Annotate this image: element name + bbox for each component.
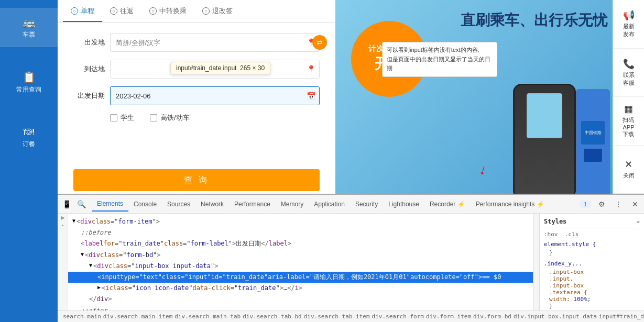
expand-triangle-2[interactable]: ▼ [81,250,84,259]
code-line-3[interactable]: <label for="train_date" class="form-labe… [68,238,533,249]
tab-transfer-icon: ○ [149,7,157,15]
right-notify[interactable]: 📢 最新 发布 [613,0,644,49]
tab-transfer[interactable]: ○ 中转换乘 [141,0,194,22]
breadcrumb: search-main div.search-main-item div.sea… [58,310,644,322]
breadcrumb-search-tab-bd[interactable]: div.search-tab-bd [243,313,302,320]
tab-bar: ○ 单程 ○ 往返 ○ 中转换乘 ○ 退改签 [58,0,335,23]
date-row: 出发日期 📅 [73,86,320,105]
right-app[interactable]: ▦ 扫码 APP 下载 [613,97,644,146]
tab-refund[interactable]: ○ 退改签 [194,0,241,22]
booking-form: 出发地 📍 ⇄ 到达地 📍 [58,23,335,166]
breadcrumb-search-main-item[interactable]: div.search-main-item [103,313,172,320]
calendar-icon[interactable]: 📅 [307,92,315,100]
inspect-toggle[interactable]: 🔍 [75,198,88,210]
tab-single-icon: ○ [71,7,78,15]
devtools-gutter: ▶ • [58,214,68,310]
tab-memory[interactable]: Memory [276,197,309,211]
code-line-6-selected[interactable]: <input type="text" class="input" id="tra… [68,272,533,283]
devtools-tab-bar: 📱 🔍 Elements Console Sources Network Per… [58,195,644,214]
more-options-icon[interactable]: ⋮ [612,198,625,210]
code-line-7[interactable]: ▶ <i class="icon icon-date" data-click="… [68,283,533,294]
settings-icon[interactable]: ⚙ [595,198,608,210]
ticket-machine: 中国铁路 [576,89,610,194]
search-button[interactable]: 查 询 [73,169,320,191]
train-icon: 🚌 [23,16,36,28]
tab-console[interactable]: Console [128,197,162,211]
frequent-icon: 📋 [23,71,36,83]
tab-lighthouse[interactable]: Lighthouse [383,197,424,211]
tab-network[interactable]: Network [195,197,229,211]
devtools: 📱 🔍 Elements Console Sources Network Per… [58,194,644,322]
tab-return[interactable]: ○ 往返 [102,0,141,22]
tab-refund-icon: ○ [202,7,210,15]
devtools-icon-group: 1 ⚙ ⋮ ✕ [580,198,641,210]
code-scrollbar[interactable] [533,214,539,310]
dot-indicator: • [61,221,65,229]
breadcrumb-search-main[interactable]: search-main [63,313,101,320]
tab-sources[interactable]: Sources [162,197,195,211]
annotation-box: 可以看到input标签内没有text的内容,但是页面中的出发日期又显示了当天的日… [382,42,497,77]
expand-triangle-3[interactable]: ▼ [89,261,92,270]
expand-arrow[interactable]: ▶ [60,214,66,221]
tab-recorder[interactable]: Recorder ⚡ [424,197,471,211]
check-row: 学生 高铁/动车 [73,113,320,123]
code-line-8[interactable]: </div> [68,294,533,305]
sidebar-item-dining[interactable]: 🍽 订餐 [0,118,58,157]
swap-button[interactable]: ⇄ [312,35,327,50]
student-checkbox[interactable] [110,114,117,121]
from-row: 出发地 📍 ⇄ [73,33,320,52]
sidebar: 🚌 车票 📋 常用查询 🍽 订餐 [0,0,58,322]
styles-panel: Styles » :hov .cls element.style { } .in… [539,214,644,310]
breadcrumb-search-tab-item[interactable]: div.search-tab-item [304,313,370,320]
sidebar-item-tickets[interactable]: 🚌 车票 [0,8,58,47]
styles-filter: :hov .cls [544,231,640,238]
train-type-check[interactable]: 高铁/动车 [150,113,190,123]
dining-icon: 🍽 [24,126,34,138]
styles-element: element.style { } [544,241,640,256]
to-location-icon[interactable]: 📍 [307,65,315,73]
tab-perf-insights[interactable]: Performance insights ⚡ [471,197,550,211]
student-check[interactable]: 学生 [110,113,134,123]
tab-single[interactable]: ○ 单程 [63,0,102,22]
train-type-checkbox[interactable] [150,114,157,121]
expand-triangle[interactable]: ▼ [72,217,75,225]
code-line-4[interactable]: ▼ <div class="form-bd" > [68,250,533,261]
breadcrumb-input[interactable]: input#train_date.inpu [599,313,644,320]
styles-index: .index_y... .input-box .input, .input-bo… [544,260,640,309]
close-icon: ✕ [625,159,632,170]
content-area: ○ 单程 ○ 往返 ○ 中转换乘 ○ 退改签 [58,0,644,322]
devtools-body: ▶ • ▼ <div class="form-item" > ::before [58,214,644,310]
date-input-wrap: 📅 [110,86,320,105]
right-panel: 📢 最新 发布 📞 联系 客服 ▦ 扫码 APP 下载 ✕ 关闭 [613,0,644,194]
breadcrumb-form-bd[interactable]: div.form-bd [473,313,511,320]
tab-elements[interactable]: Elements [92,197,128,212]
sidebar-item-frequent[interactable]: 📋 常用查询 [0,63,58,102]
phone-mockup [513,84,576,194]
code-line-1[interactable]: ▼ <div class="form-item" > [68,216,533,227]
breadcrumb-input-box[interactable]: div.input-box.input-data [514,313,597,320]
code-line-2[interactable]: ::before [68,227,533,238]
breadcrumb-form-item[interactable]: div.form-item [426,313,471,320]
right-service[interactable]: 📞 联系 客服 [613,49,644,97]
from-input[interactable] [110,33,320,52]
top-section: ○ 单程 ○ 往返 ○ 中转换乘 ○ 退改签 [58,0,644,194]
breadcrumb-search-form[interactable]: div.search-form [372,313,424,320]
notify-icon: 📢 [623,9,635,21]
right-close[interactable]: ✕ 关闭 [613,146,644,194]
tab-security[interactable]: Security [350,197,383,211]
breadcrumb-search-main-tab[interactable]: div.search-main-tab [174,313,241,320]
close-devtools-icon[interactable]: ✕ [629,198,641,210]
tooltip-box: input#train_date.input 265 × 30 [170,62,270,74]
promo-area: 计次·定期票 开售 直刷乘车、出行乐无忧 可以看到input标签内没有text的… [335,0,613,194]
date-input[interactable] [110,86,320,105]
phone-icon: 📞 [623,58,635,70]
expand-triangle-4[interactable]: ▶ [97,283,101,292]
notification-badge: 1 [580,200,591,208]
red-arrow: ↓ [477,161,489,179]
tab-application[interactable]: Application [309,197,350,211]
device-toggle[interactable]: 📱 [60,198,73,210]
from-input-wrap: 📍 [110,33,320,52]
tab-performance[interactable]: Performance [229,197,276,211]
code-line-5[interactable]: ▼ <div class="input-box input-data" > [68,261,533,272]
code-line-9[interactable]: ::after [68,305,533,311]
